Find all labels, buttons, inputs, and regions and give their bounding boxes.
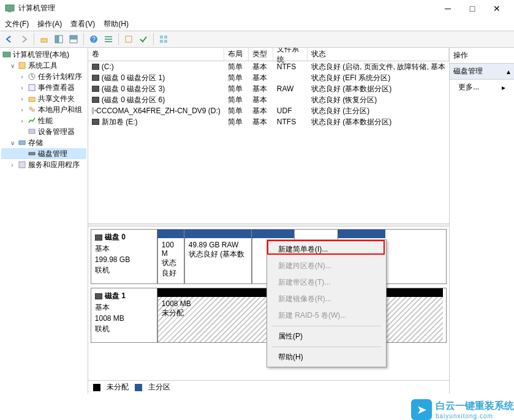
legend-unalloc-label: 未分配 [107, 382, 129, 392]
partition[interactable]: 49.89 GB RAW状态良好 (基本数 [184, 230, 252, 283]
menu-action[interactable]: 操作(A) [37, 19, 62, 29]
svg-rect-1 [8, 11, 12, 12]
tree-storage[interactable]: ∨存储 [1, 137, 86, 148]
partition[interactable]: 100 M状态良好 [157, 230, 184, 283]
volume-row[interactable]: (磁盘 0 磁盘分区 3)简单基本RAW状态良好 (基本数据分区) [88, 83, 449, 94]
chevron-right-icon: ▸ [502, 83, 505, 92]
context-menu: 新建简单卷(I)... 新建跨区卷(N)... 新建带区卷(T)... 新建镜像… [266, 239, 387, 367]
tree-eventviewer[interactable]: ›事件查看器 [1, 82, 86, 93]
svg-rect-4 [59, 36, 62, 43]
menu-file[interactable]: 文件(F) [5, 19, 29, 29]
menu-properties[interactable]: 属性(P) [268, 328, 385, 345]
disk-label[interactable]: 磁盘 0基本199.98 GB联机 [91, 230, 157, 283]
volume-row[interactable]: (磁盘 0 磁盘分区 1)简单基本状态良好 (EFI 系统分区) [88, 72, 449, 83]
titlebar: 计算机管理 ─ □ ✕ [0, 0, 514, 17]
help-button[interactable]: ? [87, 32, 100, 46]
forward-button[interactable] [17, 32, 31, 46]
main-area: 计算机管理(本地) ∨系统工具 ›任务计划程序 ›事件查看器 ›共享文件夹 ›本… [0, 48, 514, 394]
menu-help[interactable]: 帮助(H) [104, 19, 129, 29]
volume-header[interactable]: 卷 布局 类型 文件系统 状态 [88, 48, 449, 61]
menu-help[interactable]: 帮助(H) [268, 349, 385, 366]
legend-unalloc-swatch [93, 384, 100, 391]
view2-button[interactable] [67, 32, 80, 46]
disk-icon [92, 97, 99, 103]
watermark: ➤ 白云一键重装系统 baiyunxitong.com [411, 399, 514, 420]
svg-rect-10 [105, 39, 112, 40]
tree-services[interactable]: ›服务和应用程序 [1, 159, 86, 170]
actions-panel: 操作 磁盘管理▴ 更多...▸ [450, 48, 514, 394]
svg-rect-5 [70, 36, 77, 39]
check-button[interactable] [137, 32, 150, 46]
svg-rect-18 [19, 62, 25, 69]
tree-perf[interactable]: ›性能 [1, 115, 86, 126]
up-button[interactable] [37, 32, 51, 46]
menubar: 文件(F) 操作(A) 查看(V) 帮助(H) [0, 17, 514, 31]
watermark-text: 白云一键重装系统 [436, 400, 514, 413]
tree-localusers[interactable]: ›本地用户和组 [1, 104, 86, 115]
legend: 未分配 主分区 [88, 380, 449, 394]
menu-new-raid5-volume: 新建 RAID-5 卷(W)... [268, 307, 385, 324]
svg-rect-14 [164, 36, 167, 39]
col-volume[interactable]: 卷 [88, 48, 224, 61]
disk-icon [95, 293, 102, 299]
disk-icon [92, 119, 99, 125]
tree-systools[interactable]: ∨系统工具 [1, 60, 86, 71]
tree-devmgr[interactable]: 设备管理器 [1, 126, 86, 137]
tree-panel[interactable]: 计算机管理(本地) ∨系统工具 ›任务计划程序 ›事件查看器 ›共享文件夹 ›本… [0, 48, 88, 394]
tree-scheduler[interactable]: ›任务计划程序 [1, 71, 86, 82]
svg-text:?: ? [92, 36, 96, 43]
disk-icon [92, 64, 99, 70]
svg-rect-11 [105, 41, 112, 42]
watermark-icon: ➤ [411, 399, 432, 420]
volume-row[interactable]: (磁盘 0 磁盘分区 6)简单基本状态良好 (恢复分区) [88, 94, 449, 105]
svg-rect-15 [160, 40, 163, 43]
svg-rect-17 [3, 52, 10, 57]
menu-new-spanned-volume: 新建跨区卷(N)... [268, 258, 385, 274]
svg-rect-3 [55, 36, 58, 43]
menu-new-simple-volume[interactable]: 新建简单卷(I)... [268, 241, 385, 258]
view1-button[interactable] [52, 32, 66, 46]
disk-icon [92, 86, 99, 92]
volume-row[interactable]: (C:)简单基本NTFS状态良好 (启动, 页面文件, 故障转储, 基本 [88, 61, 449, 72]
svg-rect-25 [19, 141, 25, 144]
svg-rect-16 [164, 40, 167, 43]
watermark-url: baiyunxitong.com [436, 413, 514, 419]
svg-rect-0 [6, 5, 14, 11]
actions-more[interactable]: 更多...▸ [450, 80, 514, 95]
disk-label[interactable]: 磁盘 1基本1008 MB联机 [91, 288, 157, 342]
svg-rect-13 [160, 36, 163, 39]
toolbar: ? [0, 31, 514, 48]
maximize-button[interactable]: □ [460, 0, 485, 17]
svg-rect-21 [29, 97, 35, 102]
col-type[interactable]: 类型 [249, 48, 273, 61]
volume-list[interactable]: 卷 布局 类型 文件系统 状态 (C:)简单基本NTFS状态良好 (启动, 页面… [88, 48, 449, 223]
minimize-button[interactable]: ─ [436, 0, 460, 17]
col-fs[interactable]: 文件系统 [273, 48, 308, 61]
app-icon [5, 4, 15, 13]
svg-rect-20 [29, 84, 35, 91]
tree-shared[interactable]: ›共享文件夹 [1, 93, 86, 104]
disk-icon [95, 234, 102, 241]
svg-rect-26 [29, 152, 35, 155]
actions-section[interactable]: 磁盘管理▴ [450, 64, 514, 80]
list-button[interactable] [102, 32, 115, 46]
cd-icon [92, 107, 94, 114]
svg-rect-27 [19, 162, 25, 168]
menu-view[interactable]: 查看(V) [70, 19, 95, 29]
close-button[interactable]: ✕ [485, 0, 509, 17]
actions-header: 操作 [450, 48, 514, 64]
col-status[interactable]: 状态 [308, 48, 449, 61]
grid-button[interactable] [157, 32, 170, 46]
collapse-icon: ▴ [507, 67, 510, 76]
col-layout[interactable]: 布局 [224, 48, 249, 61]
settings-button[interactable] [122, 32, 135, 46]
tree-root[interactable]: 计算机管理(本地) [1, 49, 86, 60]
svg-rect-2 [41, 39, 47, 42]
svg-point-23 [31, 108, 35, 112]
volume-row[interactable]: CCCOMA_X64FRE_ZH-CN_DV9 (D:)简单基本UDF状态良好 … [88, 105, 449, 116]
volume-row[interactable]: 新加卷 (E:)简单基本NTFS状态良好 (基本数据分区) [88, 116, 449, 127]
svg-rect-24 [29, 129, 35, 133]
tree-diskmgmt[interactable]: 磁盘管理 [1, 148, 86, 159]
back-button[interactable] [2, 32, 16, 46]
svg-rect-9 [105, 36, 112, 37]
